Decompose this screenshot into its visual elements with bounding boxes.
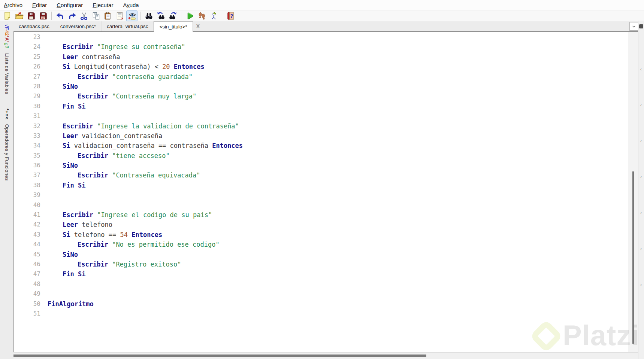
code-line: 24Escribir "Ingrese su contraseña" [14, 42, 628, 52]
line-number: 35 [14, 151, 40, 161]
save-icon [27, 12, 36, 20]
paste-button[interactable] [102, 10, 114, 21]
horizontal-scrollbar-thumb[interactable] [13, 355, 426, 357]
code-line: 40 [14, 200, 628, 210]
indent-guide [63, 170, 63, 180]
line-number: 32 [14, 121, 40, 131]
panel-collapse-handle[interactable]: ‹ [639, 174, 643, 180]
menu-ayuda[interactable]: Ayuda [121, 2, 141, 8]
save-button[interactable] [25, 10, 37, 21]
new-file-icon [3, 12, 12, 20]
code-line: 26Si Longitud(contraseña) < 20 Entonces [14, 62, 628, 72]
copy-button[interactable] [90, 10, 102, 21]
side-tab-operadores[interactable]: *+=<Operadores y Funciones [3, 109, 10, 181]
find-icon [145, 12, 153, 20]
run-button[interactable] [184, 10, 195, 21]
indent-guide [63, 240, 63, 249]
panel-collapse-handle[interactable]: ‹ [639, 210, 643, 216]
horizontal-scrollbar[interactable] [13, 352, 638, 359]
panel-collapse-handle[interactable]: ‹ [639, 139, 643, 144]
line-number: 38 [14, 180, 40, 190]
menu-configurar[interactable]: Configurar [54, 2, 85, 8]
line-number: 27 [14, 72, 40, 82]
code-line: 27Escribir "contraseña guardada" [14, 72, 628, 82]
undo-icon [56, 12, 64, 20]
redo-icon [68, 12, 76, 20]
find-button[interactable] [143, 10, 154, 21]
line-number: 51 [14, 309, 40, 319]
code-line: 37Escribir "Contraseña equivacada" [14, 170, 628, 180]
save-all-button[interactable] [37, 10, 49, 21]
paste-icon [104, 12, 112, 20]
close-tab-button[interactable]: X [193, 21, 203, 31]
code-line: 34Si validacion_contraseña == contraseña… [14, 141, 628, 150]
code-line: 25Leer contraseña [14, 52, 628, 62]
auto-indent-button[interactable] [114, 10, 126, 21]
indent-guide [63, 91, 63, 101]
code-editor[interactable]: 2324Escribir "Ingrese su contraseña"25Le… [13, 32, 628, 352]
collapsed-right-panel-strip: ‹‹‹‹‹‹‹ [638, 21, 644, 359]
help-icon: ? [226, 12, 235, 20]
step-run-button[interactable] [196, 10, 207, 21]
line-number: 30 [14, 101, 40, 111]
tab-label: <sin_titulo>* [159, 24, 187, 30]
code-line: 41Escribir "Ingrese el codigo de su pais… [14, 210, 628, 220]
menu-editar[interactable]: Editar [30, 2, 49, 8]
line-number: 28 [14, 82, 40, 91]
redo-button[interactable] [66, 10, 78, 21]
line-number: 26 [14, 62, 40, 72]
vertical-scrollbar[interactable] [628, 32, 638, 352]
code-line: 42Leer telefono [14, 220, 628, 229]
open-file-button[interactable] [13, 10, 25, 21]
help-button[interactable]: ? [225, 10, 236, 21]
side-tab-variables[interactable]: √F42'A'¿?Lista de Variables [3, 24, 10, 94]
menu-items: ArchivoEditarConfigurarEjecutarAyuda [1, 2, 141, 8]
line-number: 37 [14, 170, 40, 180]
code-line: 31 [14, 111, 628, 121]
tab-cartera-virtual-psc[interactable]: cartera_virtual.psc [102, 21, 154, 31]
tab-conversion-psc[interactable]: conversion.psc* [55, 21, 102, 31]
line-number: 44 [14, 240, 40, 249]
panel-collapse-handle[interactable]: ‹ [639, 103, 643, 108]
menu-bar: ArchivoEditarConfigurarEjecutarAyuda [0, 0, 644, 10]
run-icon [185, 12, 194, 20]
panel-collapse-handle[interactable]: ‹ [639, 67, 643, 72]
menu-archivo[interactable]: Archivo [1, 2, 25, 8]
code-line: 32Escribir "Ingrese la validacion de con… [14, 121, 628, 131]
syntax-check-button[interactable] [126, 10, 137, 21]
tab-bar: cashback.pscconversion.psc*cartera_virtu… [13, 21, 638, 32]
tab-cashback-psc[interactable]: cashback.psc [13, 21, 55, 31]
panel-grip-icon[interactable] [639, 24, 643, 28]
code-line: 49 [14, 289, 628, 299]
undo-button[interactable] [54, 10, 66, 21]
side-panel: √F42'A'¿?Lista de Variables*+=<Operadore… [0, 21, 13, 359]
vertical-scrollbar-thumb[interactable] [632, 171, 634, 344]
cut-icon [80, 12, 88, 20]
toolbar-separator [51, 12, 52, 20]
variables-icon: √F42'A'¿? [4, 24, 9, 53]
line-number: 48 [14, 279, 40, 289]
menu-ejecutar[interactable]: Ejecutar [90, 2, 115, 8]
find-prev-button[interactable] [155, 10, 166, 21]
line-number: 36 [14, 161, 40, 170]
panel-collapse-handle[interactable]: ‹ [639, 282, 643, 287]
find-next-button[interactable] [167, 10, 178, 21]
indent-guide [63, 72, 63, 82]
side-tab-label: Lista de Variables [4, 53, 10, 94]
open-file-icon [15, 12, 24, 20]
draw-flowchart-button[interactable] [208, 10, 219, 21]
panel-collapse-handle[interactable]: ‹ [639, 246, 643, 252]
cut-button[interactable] [78, 10, 90, 21]
code-line: 50FinAlgoritmo [14, 299, 628, 309]
tab-label: cashback.psc [19, 24, 49, 29]
line-number: 34 [14, 141, 40, 150]
toolbar-separator [140, 12, 140, 20]
code-line: 44Escribir "No es permitido ese codigo" [14, 240, 628, 249]
new-file-button[interactable] [1, 10, 13, 21]
code-line: 46Escribir "Registro exitoso" [14, 259, 628, 269]
copy-icon [92, 12, 100, 20]
chevron-down-icon [631, 24, 637, 29]
tab-sin-titulo[interactable]: <sin_titulo>* [154, 21, 193, 32]
tab-list-dropdown-button[interactable] [629, 22, 638, 31]
line-number: 31 [14, 111, 40, 121]
